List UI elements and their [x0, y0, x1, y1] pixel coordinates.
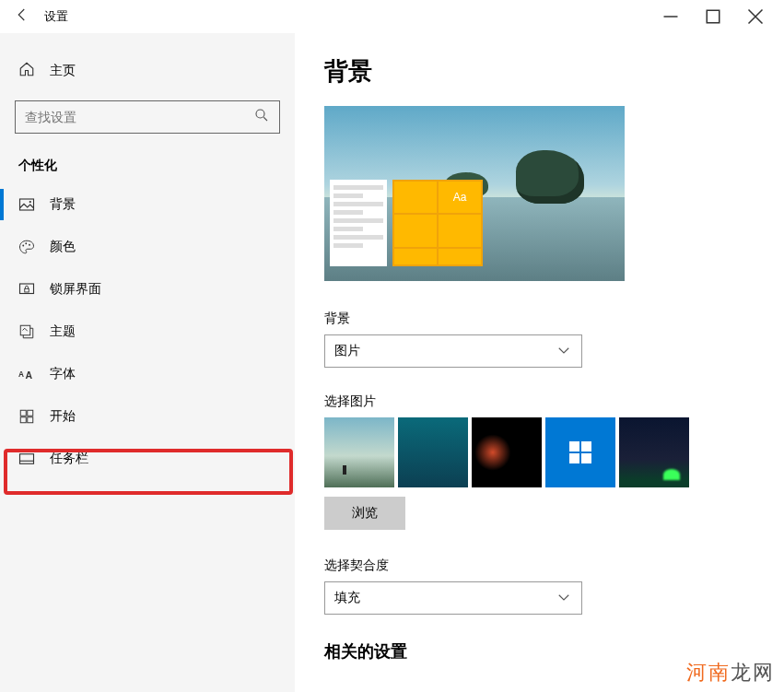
svg-text:A: A — [26, 369, 33, 381]
page-title: 背景 — [324, 55, 755, 88]
svg-point-5 — [29, 201, 31, 203]
chevron-down-icon — [556, 589, 572, 608]
palette-icon — [18, 239, 35, 255]
search-icon — [253, 107, 270, 127]
sidebar-item-fonts[interactable]: AA 字体 — [0, 353, 295, 395]
sidebar-item-colors[interactable]: 颜色 — [0, 226, 295, 268]
lockscreen-icon — [18, 281, 35, 298]
fit-label: 选择契合度 — [324, 557, 755, 574]
search-input[interactable] — [25, 110, 253, 124]
start-icon — [18, 408, 35, 425]
svg-line-3 — [263, 117, 267, 121]
background-type-label: 背景 — [324, 311, 755, 327]
svg-rect-11 — [20, 325, 30, 335]
svg-rect-1 — [707, 10, 720, 23]
sidebar-item-label: 主题 — [50, 323, 76, 340]
sidebar-item-themes[interactable]: 主题 — [0, 311, 295, 353]
theme-icon — [18, 323, 35, 340]
image-thumbnails — [324, 417, 755, 487]
background-type-dropdown[interactable]: 图片 — [324, 334, 582, 368]
main-content: 背景 Aa 背景 — [295, 33, 784, 692]
sidebar-item-background[interactable]: 背景 — [0, 183, 295, 226]
sidebar-item-taskbar[interactable]: 任务栏 — [0, 438, 295, 480]
close-button[interactable] — [734, 2, 777, 31]
sidebar-item-label: 背景 — [50, 196, 76, 213]
svg-rect-15 — [28, 410, 33, 416]
svg-point-6 — [22, 245, 24, 247]
dropdown-value: 填充 — [334, 590, 360, 606]
desktop-sample-icon: Aa — [330, 180, 483, 266]
svg-rect-10 — [25, 288, 29, 292]
search-box[interactable] — [15, 100, 280, 134]
thumbnail-4[interactable] — [545, 417, 615, 487]
back-arrow-icon — [14, 6, 30, 23]
svg-rect-18 — [20, 454, 34, 464]
thumbnail-3[interactable] — [472, 417, 542, 487]
maximize-icon — [705, 8, 721, 25]
minimize-icon — [662, 8, 679, 25]
thumbnail-2[interactable] — [398, 417, 468, 487]
svg-rect-14 — [20, 410, 26, 416]
svg-point-2 — [256, 110, 264, 118]
thumbnail-5[interactable] — [619, 417, 689, 487]
sidebar-item-lockscreen[interactable]: 锁屏界面 — [0, 268, 295, 311]
dropdown-value: 图片 — [334, 343, 360, 359]
font-icon: AA — [18, 366, 35, 382]
titlebar: 设置 — [0, 0, 784, 33]
taskbar-icon — [18, 451, 35, 467]
sidebar-item-label: 开始 — [50, 408, 76, 425]
background-preview: Aa — [324, 106, 625, 281]
sidebar-item-label: 任务栏 — [50, 451, 88, 467]
svg-rect-4 — [20, 199, 34, 210]
window-title: 设置 — [44, 8, 68, 25]
home-icon — [18, 61, 35, 80]
sidebar-item-label: 颜色 — [50, 239, 76, 255]
close-icon — [747, 8, 764, 25]
back-button[interactable] — [7, 6, 37, 27]
watermark: 河南龙网 — [686, 659, 775, 686]
thumbnail-1[interactable] — [324, 417, 394, 487]
maximize-button[interactable] — [692, 2, 734, 31]
picture-icon — [18, 196, 35, 213]
sidebar-section-label: 个性化 — [0, 150, 295, 183]
minimize-button[interactable] — [649, 2, 692, 31]
svg-rect-16 — [20, 417, 26, 423]
sidebar-item-label: 字体 — [50, 366, 76, 382]
svg-text:A: A — [18, 370, 24, 379]
fit-dropdown[interactable]: 填充 — [324, 581, 582, 615]
browse-button[interactable]: 浏览 — [324, 497, 405, 530]
svg-point-7 — [25, 242, 27, 244]
chevron-down-icon — [556, 342, 572, 361]
choose-image-label: 选择图片 — [324, 393, 755, 410]
svg-point-8 — [29, 244, 30, 246]
sidebar-item-label: 锁屏界面 — [50, 281, 101, 298]
sidebar-home-label: 主页 — [50, 63, 76, 79]
sidebar-home[interactable]: 主页 — [0, 52, 295, 89]
sidebar-item-start[interactable]: 开始 — [0, 395, 295, 438]
sidebar: 主页 个性化 背景 颜色 锁屏界面 — [0, 33, 295, 692]
svg-rect-17 — [28, 417, 33, 423]
